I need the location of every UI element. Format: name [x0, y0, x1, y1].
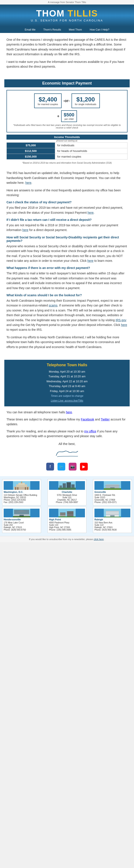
svg-rect-32	[67, 511, 74, 512]
single-amount-box: $1,200 for single individuals	[72, 93, 100, 108]
offices-row: Washington, D.C. 113 Dirksen Senate Offi…	[2, 479, 132, 533]
economic-impact-title: Economic Impact Payment	[4, 79, 130, 87]
town-hall-event-4: Thursday, April 23 at 9:40 am	[9, 384, 125, 389]
greenville-building-img	[94, 481, 130, 490]
payment-info-link[interactable]: here	[22, 228, 28, 232]
raleigh-city: Raleigh	[94, 518, 130, 521]
single-amount: $1,200	[75, 96, 96, 103]
svg-rect-5	[15, 487, 16, 490]
dc-address: 113 Dirksen Senate Office Building Washi…	[4, 494, 40, 503]
svg-rect-1	[14, 487, 29, 490]
faq-a1: If you filed your 2018 or 2019 tax retur…	[6, 205, 128, 215]
intro-p2: I want to make sure you have the informa…	[6, 59, 128, 69]
town-hall-event-3: Wednesday, April 22 at 10:20 am	[9, 379, 125, 383]
threshold-subtitle: phased out starting at:	[6, 140, 128, 142]
thanks-text: Thank you for reading, and as always ple…	[6, 429, 128, 439]
office-card-greenville: Greenville 1840 E. Firetower Rd. Suite 1…	[93, 479, 132, 505]
svg-rect-29	[67, 511, 74, 517]
high-point-building-img	[49, 509, 85, 517]
social-follow-text: These times are subject to change so ple…	[6, 417, 128, 427]
irs-site-link[interactable]: here	[25, 181, 31, 184]
unsubscribe-prefix: If you would like to unsubscribe from my…	[29, 538, 94, 540]
facebook-text-link[interactable]: Facebook	[81, 417, 94, 421]
town-hall-title: Telephone Town Halls	[9, 363, 125, 367]
nav-thoms-results[interactable]: Thom's Results	[39, 26, 65, 33]
svg-rect-8	[27, 487, 28, 490]
office-card-high-point: High Point 4000 Piedmont Pkwy Suite 110 …	[48, 507, 86, 533]
svg-rect-6	[17, 487, 18, 490]
nav-email-me[interactable]: Email Me	[21, 26, 39, 33]
per-child-amount: $500	[64, 112, 74, 118]
threshold-label-1: for individuals	[55, 143, 127, 148]
dc-city: Washington, D.C.	[4, 491, 40, 493]
faq-intro: Here are answers to some of the most fre…	[6, 188, 128, 198]
faq-a3: Anyone who receives a Social Security ch…	[6, 244, 128, 263]
town-hall-event-1: Monday, April 20 at 10:30 am	[9, 370, 125, 374]
report-scams-link[interactable]: here	[121, 323, 127, 327]
table-row: $75,000 for individuals	[7, 143, 128, 148]
hendersonville-address: 176 Mine Lake Court Suite 202 Raleigh, N…	[4, 522, 40, 531]
irs-gov-link[interactable]: IRS.gov	[116, 318, 126, 322]
svg-rect-30	[60, 513, 65, 513]
nav-how-can-i-help[interactable]: How Can I Help?	[86, 26, 113, 33]
per-child-label: per child	[64, 118, 74, 120]
threshold-footnote: *Based on 2018 & 2019 tax returns and in…	[6, 162, 128, 164]
nav-meet-thom[interactable]: Meet Thom	[65, 26, 86, 33]
high-point-address: 4000 Piedmont Pkwy Suite 110 High Point,…	[49, 522, 85, 531]
svg-rect-7	[25, 487, 26, 490]
twitter-icon[interactable]: 🐦	[57, 463, 65, 470]
impact-box: $2,400 for married couples -or- $1,200 f…	[6, 90, 128, 132]
senator-name: THOM TILLIS	[36, 9, 98, 18]
charlotte-address: 5701 Westpark Drive Suite 101 Charlotte,…	[49, 494, 85, 503]
closing-section: You can live stream all telephone town h…	[0, 410, 134, 476]
stream-text: You can live stream all telephone town h…	[6, 410, 128, 414]
hendersonville-building-img	[4, 509, 40, 517]
threshold-title: Income Thresholds	[6, 134, 128, 140]
or-text: -or-	[63, 99, 70, 103]
hendersonville-city: Hendersonville	[4, 518, 40, 521]
raleigh-address: 310 New Bern Ave. Suite 122 Raleigh, NC …	[94, 522, 130, 531]
footer: If you would like to unsubscribe from my…	[0, 536, 134, 542]
social-icons: f 🐦 📷 ▶	[6, 463, 128, 470]
unsubscribe-suffix: .	[104, 538, 105, 540]
raleigh-building-img	[94, 509, 130, 517]
plus-text: +	[57, 114, 59, 119]
instagram-icon[interactable]: 📷	[69, 463, 77, 470]
twitter-text-link[interactable]: Twitter	[101, 417, 109, 421]
town-hall-note: Times are subject to change	[9, 394, 125, 398]
faq-q4: What happens if there is an error with m…	[6, 266, 128, 270]
charlotte-city: Charlotte	[49, 491, 85, 493]
faq-q3: How will Social Security or Social Secur…	[6, 236, 128, 243]
my-office-link[interactable]: my office	[84, 430, 96, 433]
svg-rect-31	[60, 514, 65, 515]
svg-rect-20	[104, 488, 121, 490]
threshold-table: $75,000 for individuals $112,500 for hea…	[6, 143, 128, 159]
impact-footnote: *Individuals who filed taxes the last tw…	[9, 124, 125, 129]
dc-building-img	[4, 481, 40, 490]
greenville-address: 1840 E. Firetower Rd. Suite 101D Greenvi…	[94, 494, 130, 503]
body-intro: The IRS has launched an updated site, in…	[6, 170, 128, 185]
top-bar: A message from Senator Thom Tillis	[0, 0, 134, 5]
facebook-icon[interactable]: f	[46, 463, 54, 470]
offices-section: Washington, D.C. 113 Dirksen Senate Offi…	[0, 476, 134, 536]
svg-rect-33	[67, 513, 74, 514]
unsubscribe-link[interactable]: click here	[94, 538, 104, 540]
top-bar-text: A message from Senator Thom Tillis	[48, 1, 86, 3]
scams-link[interactable]: scams	[49, 304, 57, 307]
town-hall-box: Telephone Town Halls Monday, April 20 at…	[4, 360, 130, 407]
stream-link[interactable]: here	[66, 410, 72, 414]
listen-link[interactable]: Listen Live: access.live/Tillis	[51, 399, 83, 402]
header: THOM TILLIS U.S. SENATOR for NORTH CAROL…	[0, 5, 134, 26]
ss-learn-more-link[interactable]: here	[87, 259, 93, 262]
eip-status-link[interactable]: here	[88, 211, 94, 214]
town-hall-event-2: Tuesday, April 21 at 10:20 am	[9, 374, 125, 379]
youtube-icon[interactable]: ▶	[80, 463, 88, 470]
body-content: The IRS has launched an updated site, in…	[0, 166, 134, 356]
svg-rect-37	[106, 511, 119, 512]
per-child-box: $500 per child	[61, 110, 77, 122]
svg-rect-14	[58, 488, 76, 490]
faq-q1: Can I check the status of my direct paym…	[6, 200, 128, 204]
signature	[6, 447, 128, 459]
town-hall-listen[interactable]: Listen Live: access.live/Tillis	[9, 399, 125, 403]
table-row: $150,000 for married couples	[7, 154, 128, 159]
